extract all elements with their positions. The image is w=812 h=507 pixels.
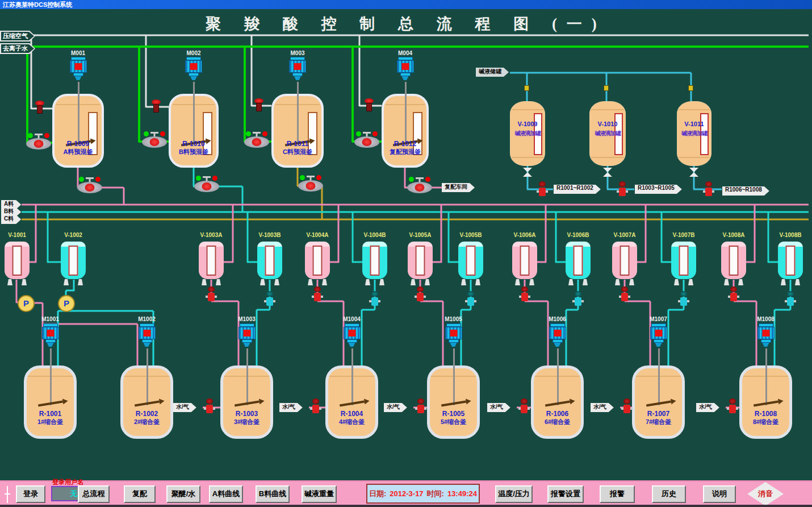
status-open-dot (246, 131, 251, 136)
button-history[interactable]: 历史 (652, 485, 686, 503)
outlet-valve-icon (523, 168, 532, 177)
agitator-motor-icon (139, 323, 156, 347)
motor-cone (763, 343, 769, 347)
status-open-dot (144, 131, 149, 136)
feed-tank-body (257, 242, 282, 279)
tank-tag: V-1007A (612, 232, 637, 238)
tank-name: 碱液滴加罐 (510, 130, 545, 138)
feed-valve-icon (786, 291, 795, 306)
agitator-motor-icon (344, 323, 361, 347)
valve-ball (312, 398, 319, 404)
agitator-motor-icon (757, 323, 775, 347)
status-close-dot (262, 131, 267, 136)
motor-label: M1005 (427, 316, 480, 322)
water-valve-icon (354, 136, 379, 148)
feed-valve-icon (265, 291, 274, 306)
status-close-dot (372, 131, 378, 136)
tank-name: B料预混釜 (169, 148, 219, 156)
level-gauge (520, 246, 530, 276)
valve-body (417, 293, 424, 301)
valve-body (730, 293, 737, 301)
water-gas-valve-icon (205, 398, 214, 413)
motor-body (139, 327, 156, 339)
feed-tank-body (721, 242, 746, 279)
tag-alkali-dest-3: R1006~R1008 (722, 186, 769, 196)
water-gas-valve-icon (311, 398, 320, 413)
tag-alkali-dest-1: R1001~R1002 (554, 185, 601, 194)
tank-tag: R-1005 (427, 410, 480, 418)
feed-tank-body (458, 242, 483, 279)
tank-tag: V-1003A (199, 232, 224, 238)
valve-body (312, 405, 319, 413)
motor-indicator (190, 63, 198, 70)
alkali-outlet-valve-icon (618, 181, 627, 196)
tank-labels: R-1005 5#缩合釜 (427, 410, 480, 426)
motor-label: M004 (382, 50, 429, 56)
time-label: 时间: (427, 489, 444, 499)
nav-button-polyether-water[interactable]: 聚醚/水 (166, 485, 200, 503)
alkali-line-valve-icon (524, 85, 529, 91)
feed-tank-body (778, 242, 803, 279)
outlet-valve-icon (603, 168, 612, 177)
status-close-dot (160, 131, 165, 136)
tank-tag: V-1003B (257, 232, 282, 238)
valve-ball (417, 286, 424, 292)
valve-ball (202, 182, 212, 190)
valve-lower (523, 172, 532, 177)
button-help[interactable]: 说明 (703, 485, 736, 503)
button-alarm-settings[interactable]: 报警设置 (547, 485, 584, 503)
air-valve-icon (254, 98, 263, 111)
alkali-line-valve-icon (688, 85, 693, 91)
nav-button-overview[interactable]: 总流程 (78, 485, 110, 503)
valve-upper (523, 168, 532, 172)
agitator-shaft (658, 348, 660, 405)
valve-stem (307, 176, 315, 177)
feed-tank-body (671, 242, 696, 279)
agitator-shaft (193, 82, 195, 144)
nav-button-blend[interactable]: 复配 (124, 485, 156, 503)
tank-name: 4#缩合釜 (325, 418, 378, 426)
nav-button-b-curve[interactable]: B料曲线 (256, 485, 290, 503)
status-open-dot (409, 177, 414, 182)
motor-body (185, 60, 202, 73)
nav-button-alkali-weight[interactable]: 碱液重量 (302, 485, 337, 503)
datetime-panel: 日期: 2012-3-17 时间: 13:49:24 (366, 484, 480, 504)
agitator-shaft (50, 348, 52, 405)
reactor-r1007: M1007 R-1007 7#缩合釜 (632, 316, 685, 441)
agitator-shaft (246, 348, 248, 405)
tank-name: 7#缩合釜 (632, 418, 685, 426)
motor-cone (450, 343, 457, 347)
feed-tank-body (61, 242, 86, 279)
valve-body (206, 405, 213, 413)
button-alarm[interactable]: 报警 (600, 485, 635, 503)
level-gauge (370, 246, 380, 276)
status-open-dot (356, 131, 361, 136)
valve-body (37, 105, 43, 114)
level-gauge (313, 246, 323, 276)
valve-body (467, 297, 474, 306)
button-temp-pressure[interactable]: 温度/压力 (495, 485, 533, 503)
motor-body (397, 60, 414, 73)
tag-di-water-label: 去离子水 (1, 44, 34, 53)
valve-stem (150, 132, 158, 134)
valve-ball (730, 286, 737, 292)
feed-valve-icon (679, 291, 688, 306)
login-button[interactable]: 登录 (16, 485, 45, 503)
premix-reactor-r1011: M003 R-1011 C料预混釜 (271, 50, 324, 171)
valve-ball (417, 398, 424, 404)
tank-tag: V-1005B (458, 232, 483, 238)
motor-neck (45, 339, 56, 343)
feed-tank-body (408, 242, 433, 279)
mute-button[interactable]: 消音 (747, 482, 784, 506)
reactor-r1001: M1001 R-1001 1#缩合釜 (24, 316, 77, 441)
level-gauge (416, 246, 425, 276)
tag-alkali-dest-2: R1003~R1005 (635, 185, 682, 194)
valve-stem (86, 177, 94, 179)
tank-tag: R-1006 (531, 410, 584, 418)
feed-tank-body (305, 242, 330, 279)
motor-neck (142, 339, 152, 343)
motor-cone (144, 343, 150, 347)
nav-button-a-curve[interactable]: A料曲线 (209, 485, 243, 503)
tag-di-water: 去离子水 (0, 43, 35, 54)
agitator-motor-icon (42, 323, 59, 347)
